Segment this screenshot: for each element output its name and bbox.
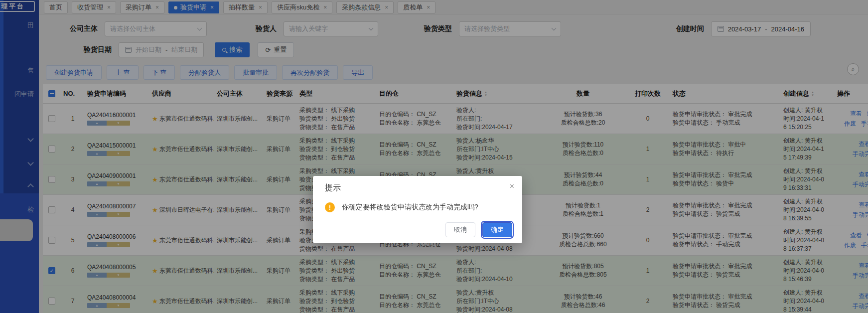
confirm-dialog: 提示 × ! 你确定要将改验货申请状态改为手动完成吗? 取消 确定 [313, 176, 522, 243]
warning-icon: ! [325, 202, 335, 212]
confirm-button[interactable]: 确定 [482, 222, 512, 237]
close-icon[interactable]: × [510, 182, 514, 191]
dialog-message: 你确定要将改验货申请状态改为手动完成吗? [342, 203, 478, 212]
dialog-title: 提示 [325, 183, 510, 193]
cancel-button[interactable]: 取消 [445, 222, 475, 237]
modal-mask [0, 0, 868, 313]
